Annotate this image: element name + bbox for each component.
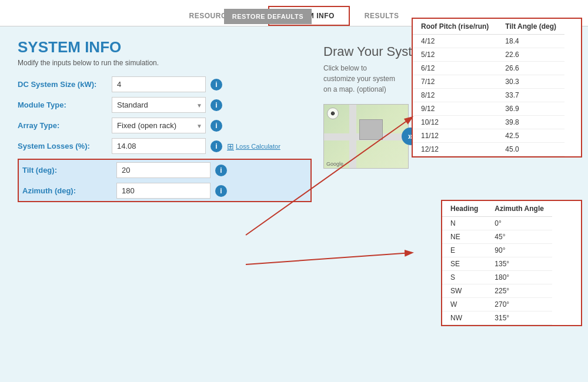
angle-cell: 33.7 <box>497 89 564 102</box>
table-row: 12/1245.0 <box>413 143 564 156</box>
system-losses-info-icon[interactable]: i <box>211 140 222 152</box>
pitch-cell: 7/12 <box>413 75 497 89</box>
heading-cell: W <box>442 298 486 311</box>
pitch-cell: 12/12 <box>413 143 497 156</box>
draw-system-desc: Click below to customize your system on … <box>323 63 395 95</box>
pitch-cell: 10/12 <box>413 116 497 129</box>
heading-cell: NW <box>442 311 486 325</box>
page-subtitle: Modify the inputs below to run the simul… <box>18 59 159 67</box>
table-row: 10/1239.8 <box>413 116 564 129</box>
tilt-input[interactable] <box>116 162 211 178</box>
tilt-info-icon[interactable]: i <box>215 165 227 176</box>
compass-icon: ⊕ <box>327 108 339 119</box>
table-row: SW225° <box>442 284 552 298</box>
table-row: NW315° <box>442 311 552 325</box>
table-row: 5/1222.6 <box>413 48 564 62</box>
table-row: 6/1226.6 <box>413 62 564 75</box>
module-type-label: Module Type: <box>18 100 112 109</box>
azimuth-cell: 135° <box>486 257 552 271</box>
table-row: 8/1233.7 <box>413 89 564 102</box>
azimuth-table: Heading Azimuth Angle N0°NE45°E90°SE135°… <box>442 201 552 325</box>
azimuth-cell: 45° <box>486 230 552 244</box>
array-type-info-icon[interactable]: i <box>211 120 222 132</box>
table-row: E90° <box>442 244 552 257</box>
form-row-array-type: Array Type: Fixed (open rack) Fixed (roo… <box>18 118 312 133</box>
azimuth-angle-col-header: Azimuth Angle <box>486 201 552 217</box>
left-panel: System Info Modify the inputs below to r… <box>18 38 312 368</box>
loss-calculator-link[interactable]: ⊞ Loss Calculator <box>227 142 280 151</box>
google-label: Google <box>326 161 343 167</box>
pitch-cell: 11/12 <box>413 129 497 143</box>
system-losses-label: System Losses (%): <box>18 142 112 150</box>
form-row-tilt: Tilt (deg): i <box>22 162 307 178</box>
roof-pitch-table-container: Roof Pitch (rise/run) Tilt Angle (deg) 4… <box>412 18 582 158</box>
angle-cell: 26.6 <box>497 62 564 75</box>
roof-pitch-col-header: Roof Pitch (rise/run) <box>413 19 497 35</box>
table-row: NE45° <box>442 230 552 244</box>
form-row-azimuth: Azimuth (deg): i <box>22 183 307 199</box>
restore-defaults-button[interactable]: Restore Defaults <box>224 9 312 24</box>
form-row-dc-system-size: DC System Size (kW): i <box>18 76 312 92</box>
azimuth-info-icon[interactable]: i <box>215 185 227 197</box>
angle-cell: 39.8 <box>497 116 564 129</box>
angle-cell: 42.5 <box>497 129 564 143</box>
heading-cell: SW <box>442 284 486 298</box>
heading-cell: N <box>442 217 486 230</box>
angle-cell: 22.6 <box>497 48 564 62</box>
pitch-cell: 8/12 <box>413 89 497 102</box>
form-row-system-losses: System Losses (%): i ⊞ Loss Calculator <box>18 138 312 154</box>
dc-system-size-info-icon[interactable]: i <box>211 79 222 91</box>
azimuth-cell: 225° <box>486 284 552 298</box>
pitch-cell: 5/12 <box>413 48 497 62</box>
heading-cell: S <box>442 271 486 284</box>
angle-cell: 45.0 <box>497 143 564 156</box>
heading-col-header: Heading <box>442 201 486 217</box>
azimuth-cell: 315° <box>486 311 552 325</box>
table-row: 11/1242.5 <box>413 129 564 143</box>
pitch-cell: 6/12 <box>413 62 497 75</box>
page-wrapper: Resource Data System Info Results System… <box>0 0 588 382</box>
tab-results[interactable]: Results <box>350 6 414 25</box>
azimuth-label: Azimuth (deg): <box>22 186 116 195</box>
pitch-cell: 9/12 <box>413 102 497 116</box>
page-title: System Info <box>18 38 159 56</box>
azimuth-input[interactable] <box>116 183 211 199</box>
array-type-select[interactable]: Fixed (open rack) Fixed (roof mount) 1-A… <box>112 118 206 133</box>
table-row: 9/1236.9 <box>413 102 564 116</box>
module-type-info-icon[interactable]: i <box>211 99 222 111</box>
table-row: 7/1230.3 <box>413 75 564 89</box>
module-type-select[interactable]: Standard Premium Thin Film <box>112 97 206 113</box>
table-row: SE135° <box>442 257 552 271</box>
angle-cell: 30.3 <box>497 75 564 89</box>
pitch-cell: 4/12 <box>413 35 497 48</box>
heading-cell: NE <box>442 230 486 244</box>
array-type-label: Array Type: <box>18 121 112 130</box>
tilt-label: Tilt (deg): <box>22 166 116 175</box>
azimuth-table-container: Heading Azimuth Angle N0°NE45°E90°SE135°… <box>441 200 582 326</box>
table-row: S180° <box>442 271 552 284</box>
angle-cell: 18.4 <box>497 35 564 48</box>
calculator-icon: ⊞ <box>227 142 234 151</box>
angle-cell: 36.9 <box>497 102 564 116</box>
dc-system-size-input[interactable] <box>112 76 206 92</box>
azimuth-cell: 0° <box>486 217 552 230</box>
table-row: 4/1218.4 <box>413 35 564 48</box>
form-row-module-type: Module Type: Standard Premium Thin Film … <box>18 97 312 113</box>
map-road-vertical <box>349 105 356 168</box>
map-placeholder: ⊕ Google <box>324 105 408 168</box>
table-row: W270° <box>442 298 552 311</box>
map-building <box>359 119 383 140</box>
heading-cell: E <box>442 244 486 257</box>
table-row: N0° <box>442 217 552 230</box>
heading-cell: SE <box>442 257 486 271</box>
map-container[interactable]: ⊕ Google <box>323 104 409 169</box>
tilt-angle-col-header: Tilt Angle (deg) <box>497 19 564 35</box>
roof-pitch-table: Roof Pitch (rise/run) Tilt Angle (deg) 4… <box>413 19 564 156</box>
azimuth-cell: 90° <box>486 244 552 257</box>
system-losses-input[interactable] <box>112 138 206 154</box>
dc-system-size-label: DC System Size (kW): <box>18 80 112 89</box>
azimuth-cell: 180° <box>486 271 552 284</box>
azimuth-cell: 270° <box>486 298 552 311</box>
